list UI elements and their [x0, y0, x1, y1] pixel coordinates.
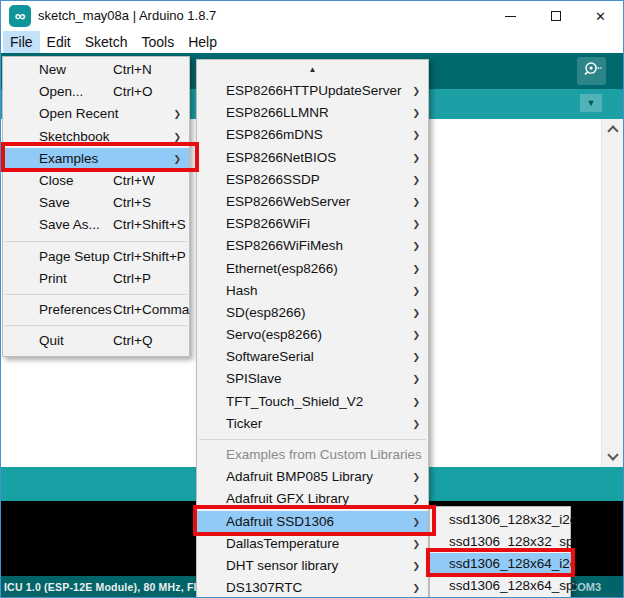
menu-item-quit[interactable]: QuitCtrl+Q — [3, 330, 189, 352]
menu-scroll-up[interactable]: ▲ — [197, 60, 428, 80]
examples-item-esp8266httpupdateserver[interactable]: ESP8266HTTPUpdateServer❯ — [197, 80, 428, 102]
submenu-arrow-icon: ❯ — [412, 511, 420, 533]
examples-section-custom-libraries: Examples from Custom Libraries — [197, 444, 428, 466]
menu-item-close[interactable]: CloseCtrl+W — [3, 170, 189, 192]
ssd1306-item-128x64-spi[interactable]: ssd1306_128x64_spi — [430, 575, 570, 597]
close-icon: ✕ — [595, 9, 606, 24]
submenu-arrow-icon: ❯ — [412, 555, 420, 577]
submenu-arrow-icon: ❯ — [412, 169, 420, 191]
examples-item-dht-sensor-library[interactable]: DHT sensor library❯ — [197, 555, 428, 577]
arduino-ide-window: ▼ ICU 1.0 (ESP-12E Module), 80 MHz, Flas… — [0, 0, 624, 598]
submenu-arrow-icon: ❯ — [412, 346, 420, 368]
submenu-arrow-icon: ❯ — [412, 368, 420, 390]
examples-submenu: ▲ ESP8266HTTPUpdateServer❯ ESP8266LLMNR❯… — [196, 59, 429, 598]
examples-item-ethernet-esp8266[interactable]: Ethernet(esp8266)❯ — [197, 258, 428, 280]
scrollbar-down-icon[interactable] — [607, 449, 618, 460]
ssd1306-item-128x32-spi[interactable]: ssd1306_128x32_spi — [430, 531, 570, 553]
menu-item-save[interactable]: SaveCtrl+S — [3, 192, 189, 214]
examples-item-esp8266wifi[interactable]: ESP8266WiFi❯ — [197, 213, 428, 235]
menu-separator — [5, 294, 187, 295]
submenu-arrow-icon: ❯ — [173, 103, 181, 125]
submenu-arrow-icon: ❯ — [412, 280, 420, 302]
examples-item-dallastemperature[interactable]: DallasTemperature❯ — [197, 533, 428, 555]
examples-item-ticker[interactable]: Ticker❯ — [197, 413, 428, 435]
submenu-arrow-icon: ❯ — [412, 302, 420, 324]
menubar-item-tools[interactable]: Tools — [135, 31, 182, 53]
chevron-down-icon: ▼ — [587, 98, 596, 108]
submenu-arrow-icon: ❯ — [412, 147, 420, 169]
ssd1306-item-128x32-i2c[interactable]: ssd1306_128x32_i2c — [430, 509, 570, 531]
examples-item-esp8266ssdp[interactable]: ESP8266SSDP❯ — [197, 169, 428, 191]
submenu-arrow-icon: ❯ — [412, 413, 420, 435]
examples-item-servo-esp8266[interactable]: Servo(esp8266)❯ — [197, 324, 428, 346]
ssd1306-item-128x64-i2c[interactable]: ssd1306_128x64_i2c — [430, 553, 570, 575]
submenu-arrow-icon: ❯ — [412, 102, 420, 124]
examples-item-adafruit-ssd1306[interactable]: Adafruit SSD1306❯ — [197, 511, 428, 533]
close-button[interactable]: ✕ — [578, 1, 623, 31]
window-title: sketch_may08a | Arduino 1.8.7 — [38, 1, 216, 31]
tab-dropdown-button[interactable]: ▼ — [580, 94, 602, 112]
menu-separator — [5, 241, 187, 242]
board-info-text: ICU 1.0 (ESP-12E Module), 80 MHz, Flas — [4, 576, 209, 598]
submenu-arrow-icon: ❯ — [412, 258, 420, 280]
submenu-arrow-icon: ❯ — [412, 80, 420, 102]
ssd1306-submenu: ssd1306_128x32_i2c ssd1306_128x32_spi ss… — [429, 506, 571, 598]
submenu-arrow-icon: ❯ — [412, 391, 420, 413]
menu-item-print[interactable]: PrintCtrl+P — [3, 268, 189, 290]
examples-item-ds1307rtc[interactable]: DS1307RTC❯ — [197, 577, 428, 598]
maximize-button[interactable] — [533, 1, 578, 31]
examples-item-spislave[interactable]: SPISlave❯ — [197, 368, 428, 390]
menubar-item-sketch[interactable]: Sketch — [78, 31, 135, 53]
minimize-button[interactable] — [488, 1, 533, 31]
submenu-arrow-icon: ❯ — [412, 235, 420, 257]
menu-item-preferences[interactable]: PreferencesCtrl+Comma — [3, 299, 189, 321]
submenu-arrow-icon: ❯ — [412, 124, 420, 146]
serial-monitor-button[interactable] — [577, 57, 606, 85]
examples-item-tft-touch-shield-v2[interactable]: TFT_Touch_Shield_V2❯ — [197, 391, 428, 413]
editor-scrollbar[interactable] — [601, 119, 623, 467]
menu-separator — [199, 439, 426, 440]
submenu-arrow-icon: ❯ — [412, 488, 420, 510]
maximize-icon — [551, 11, 561, 21]
submenu-arrow-icon: ❯ — [412, 324, 420, 346]
submenu-arrow-icon: ❯ — [412, 191, 420, 213]
scrollbar-up-icon[interactable] — [607, 125, 618, 136]
examples-item-sd-esp8266[interactable]: SD(esp8266)❯ — [197, 302, 428, 324]
menu-item-open[interactable]: Open...Ctrl+O — [3, 81, 189, 103]
menu-item-save-as[interactable]: Save As...Ctrl+Shift+S — [3, 214, 189, 236]
menu-item-page-setup[interactable]: Page SetupCtrl+Shift+P — [3, 246, 189, 268]
examples-item-softwareserial[interactable]: SoftwareSerial❯ — [197, 346, 428, 368]
menu-bar: FileEditSketchToolsHelp — [1, 31, 623, 53]
menu-item-sketchbook[interactable]: Sketchbook❯ — [3, 126, 189, 148]
serial-monitor-icon — [581, 58, 603, 84]
submenu-arrow-icon: ❯ — [412, 466, 420, 488]
menubar-item-file[interactable]: File — [3, 31, 40, 53]
examples-item-esp8266webserver[interactable]: ESP8266WebServer❯ — [197, 191, 428, 213]
menubar-item-edit[interactable]: Edit — [40, 31, 78, 53]
submenu-arrow-icon: ❯ — [173, 126, 181, 148]
submenu-arrow-icon: ❯ — [412, 533, 420, 555]
examples-item-esp8266netbios[interactable]: ESP8266NetBIOS❯ — [197, 147, 428, 169]
scroll-up-icon: ▲ — [309, 65, 317, 74]
examples-item-hash[interactable]: Hash❯ — [197, 280, 428, 302]
examples-item-adafruit-bmp085-library[interactable]: Adafruit BMP085 Library❯ — [197, 466, 428, 488]
examples-item-esp8266wifimesh[interactable]: ESP8266WiFiMesh❯ — [197, 235, 428, 257]
examples-item-esp8266llmnr[interactable]: ESP8266LLMNR❯ — [197, 102, 428, 124]
examples-item-esp8266mdns[interactable]: ESP8266mDNS❯ — [197, 124, 428, 146]
menu-item-open-recent[interactable]: Open Recent❯ — [3, 103, 189, 125]
arduino-logo-icon: ∞ — [9, 5, 31, 27]
window-controls: ✕ — [488, 1, 623, 31]
menu-item-examples[interactable]: Examples❯ — [3, 148, 189, 170]
title-bar[interactable]: ∞ sketch_may08a | Arduino 1.8.7 ✕ — [1, 1, 623, 31]
submenu-arrow-icon: ❯ — [412, 577, 420, 598]
submenu-arrow-icon: ❯ — [173, 148, 181, 170]
menu-item-new[interactable]: NewCtrl+N — [3, 59, 189, 81]
file-menu: NewCtrl+N Open...Ctrl+O Open Recent❯ Ske… — [2, 56, 190, 357]
menubar-item-help[interactable]: Help — [181, 31, 224, 53]
examples-item-adafruit-gfx-library[interactable]: Adafruit GFX Library❯ — [197, 488, 428, 510]
submenu-arrow-icon: ❯ — [412, 213, 420, 235]
menu-separator — [5, 325, 187, 326]
minimize-icon — [505, 16, 516, 17]
